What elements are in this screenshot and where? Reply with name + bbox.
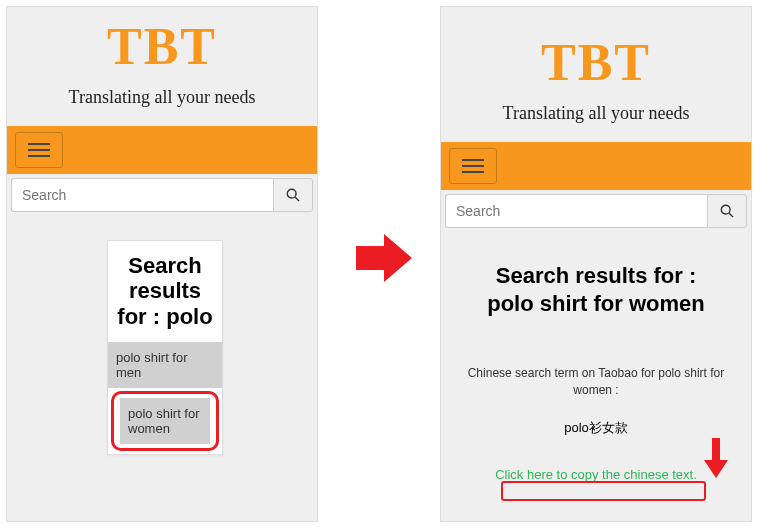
search-bar xyxy=(445,194,747,228)
search-input[interactable] xyxy=(11,178,273,212)
results-heading: Search results for : polo xyxy=(108,241,222,341)
annotation-highlight: polo shirt for women xyxy=(111,391,219,451)
arrow-right-icon xyxy=(354,228,414,288)
brand-tagline: Translating all your needs xyxy=(441,103,751,124)
chinese-term-label: Chinese search term on Taobao for polo s… xyxy=(441,365,751,399)
arrow-down-icon xyxy=(704,436,728,480)
brand-logo: TBT xyxy=(441,7,751,89)
search-button[interactable] xyxy=(707,194,747,228)
brand-tagline: Translating all your needs xyxy=(7,87,317,108)
search-input[interactable] xyxy=(445,194,707,228)
brand-logo: TBT xyxy=(7,7,317,73)
svg-point-2 xyxy=(721,205,730,214)
svg-line-1 xyxy=(295,197,299,201)
hamburger-icon[interactable] xyxy=(15,132,63,168)
results-heading: Search results for : polo shirt for wome… xyxy=(441,262,751,317)
left-screenshot: TBT Translating all your needs Search re… xyxy=(6,6,318,522)
search-icon xyxy=(720,204,734,218)
results-card: Search results for : polo polo shirt for… xyxy=(107,240,223,455)
svg-point-0 xyxy=(287,189,296,198)
navbar xyxy=(441,142,751,190)
search-button[interactable] xyxy=(273,178,313,212)
svg-line-3 xyxy=(729,213,733,217)
hamburger-icon[interactable] xyxy=(449,148,497,184)
search-bar xyxy=(11,178,313,212)
list-item[interactable]: polo shirt for men xyxy=(108,341,222,388)
chinese-term-value: polo衫女款 xyxy=(441,419,751,437)
search-icon xyxy=(286,188,300,202)
navbar xyxy=(7,126,317,174)
list-item[interactable]: polo shirt for women xyxy=(120,398,210,444)
